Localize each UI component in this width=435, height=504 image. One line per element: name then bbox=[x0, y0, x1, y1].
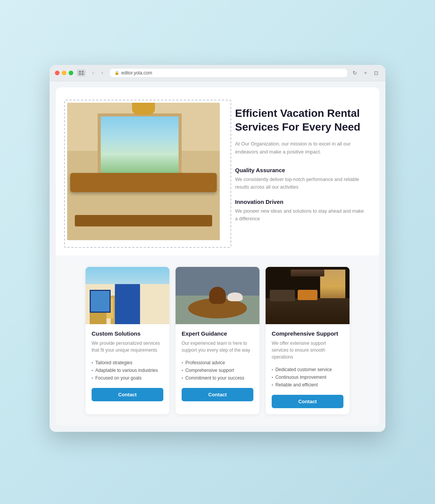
list-item: Comprehensive support bbox=[182, 367, 253, 374]
feature-innovation: Innovation Driven We pioneer new ideas a… bbox=[235, 199, 364, 223]
list-item: Dedicated customer service bbox=[272, 366, 343, 373]
list-item: Adaptable to various industries bbox=[92, 367, 163, 374]
feature-quality-desc: We consistently deliver top-notch perfor… bbox=[235, 176, 364, 191]
contact-button-1[interactable]: Contact bbox=[92, 388, 163, 401]
card-2-body: Expert Guidance Our experienced team is … bbox=[176, 324, 259, 407]
exterior-scene bbox=[85, 267, 169, 324]
back-button[interactable]: ‹ bbox=[89, 69, 97, 77]
hero-text: Efficient Vacation Rental Services For E… bbox=[235, 103, 364, 230]
bedroom-bed bbox=[266, 298, 350, 324]
bedroom-scene bbox=[266, 267, 350, 324]
url-text: editor.yola.com bbox=[121, 70, 152, 76]
svg-rect-1 bbox=[82, 71, 84, 73]
browser-window: ‹ › 🔒 editor.yola.com ↻ ＋ ⊡ bbox=[50, 65, 385, 432]
forward-button[interactable]: › bbox=[98, 69, 106, 77]
table-top bbox=[70, 173, 217, 192]
card-expert-guidance: Expert Guidance Our experienced team is … bbox=[176, 267, 259, 414]
hero-title: Efficient Vacation Rental Services For E… bbox=[235, 107, 364, 134]
extensions-button[interactable]: ⊡ bbox=[372, 69, 380, 77]
dining-room-scene bbox=[67, 103, 220, 240]
pillow1 bbox=[270, 290, 295, 301]
contact-button-3[interactable]: Contact bbox=[272, 395, 343, 408]
hero-image-container bbox=[67, 103, 220, 240]
page-content: Efficient Vacation Rental Services For E… bbox=[56, 87, 379, 426]
list-item: Continuous improvement bbox=[272, 373, 343, 381]
card-2-image bbox=[176, 267, 259, 324]
blue-door bbox=[115, 284, 140, 324]
hero-section: Efficient Vacation Rental Services For E… bbox=[56, 87, 379, 255]
svg-rect-0 bbox=[79, 71, 81, 73]
add-tab-button[interactable]: ＋ bbox=[362, 69, 369, 77]
card-3-desc: We offer extensive support services to e… bbox=[272, 340, 343, 360]
card-1-title: Custom Solutions bbox=[92, 330, 163, 337]
list-item: Reliable and efficient bbox=[272, 381, 343, 389]
lamp bbox=[132, 103, 155, 115]
svg-rect-2 bbox=[79, 73, 81, 75]
card-2-list: Professional advice Comprehensive suppor… bbox=[182, 359, 253, 382]
maximize-button[interactable] bbox=[69, 71, 73, 75]
white-bowl bbox=[227, 292, 243, 301]
list-item: Professional advice bbox=[182, 359, 253, 367]
tab-switcher-button[interactable] bbox=[77, 69, 85, 76]
feature-quality: Quality Assurance We consistently delive… bbox=[235, 167, 364, 191]
list-item: Commitment to your success bbox=[182, 374, 253, 382]
browser-nav: ‹ › bbox=[89, 69, 106, 77]
card-2-title: Expert Guidance bbox=[182, 330, 253, 337]
card-3-body: Comprehensive Support We offer extensive… bbox=[266, 324, 350, 414]
window bbox=[98, 113, 182, 182]
coffee-table-scene bbox=[176, 267, 259, 324]
minimize-button[interactable] bbox=[62, 71, 66, 75]
card-1-image bbox=[85, 267, 169, 324]
contact-button-2[interactable]: Contact bbox=[182, 388, 253, 401]
card-3-image bbox=[266, 267, 350, 324]
browser-chrome: ‹ › 🔒 editor.yola.com ↻ ＋ ⊡ bbox=[50, 65, 385, 81]
card-3-list: Dedicated customer service Continuous im… bbox=[272, 366, 343, 389]
address-bar[interactable]: 🔒 editor.yola.com bbox=[110, 69, 347, 77]
feature-innovation-title: Innovation Driven bbox=[235, 199, 364, 205]
refresh-button[interactable]: ↻ bbox=[351, 69, 359, 77]
feature-quality-title: Quality Assurance bbox=[235, 167, 364, 173]
hero-subtitle: At Our Organization, our mission is to e… bbox=[235, 140, 364, 156]
pinecone bbox=[209, 287, 226, 304]
svg-rect-3 bbox=[82, 73, 84, 75]
table-legs bbox=[75, 215, 212, 226]
close-button[interactable] bbox=[55, 71, 60, 75]
card-1-list: Tailored strategies Adaptable to various… bbox=[92, 359, 163, 382]
list-item: Focused on your goals bbox=[92, 374, 163, 382]
card-3-title: Comprehensive Support bbox=[272, 330, 343, 337]
cards-section: Custom Solutions We provide personalized… bbox=[56, 255, 379, 426]
card-1-body: Custom Solutions We provide personalized… bbox=[85, 324, 169, 407]
feature-innovation-desc: We pioneer new ideas and solutions to st… bbox=[235, 207, 364, 223]
list-item: Tailored strategies bbox=[92, 359, 163, 367]
pillow2 bbox=[298, 290, 318, 300]
card-custom-solutions: Custom Solutions We provide personalized… bbox=[85, 267, 169, 414]
card-1-desc: We provide personalized services that fi… bbox=[92, 340, 163, 354]
side-window bbox=[90, 290, 111, 313]
card-2-desc: Our experienced team is here to support … bbox=[182, 340, 253, 354]
ceiling-fixture bbox=[291, 270, 324, 276]
card-comprehensive-support: Comprehensive Support We offer extensive… bbox=[266, 267, 350, 414]
traffic-lights bbox=[55, 71, 73, 75]
hero-image bbox=[67, 103, 220, 240]
lock-icon: 🔒 bbox=[114, 71, 119, 75]
browser-actions: ↻ ＋ ⊡ bbox=[351, 69, 380, 77]
